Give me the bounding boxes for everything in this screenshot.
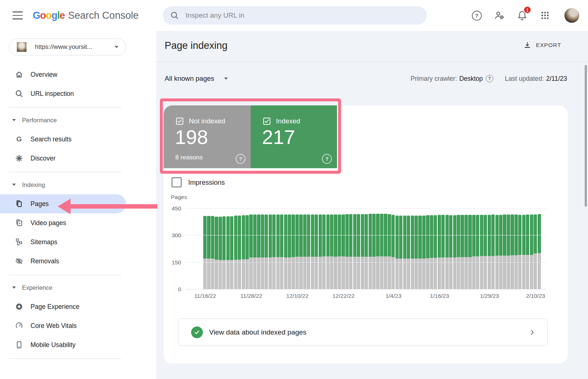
- known-pages-dropdown[interactable]: All known pages: [165, 75, 228, 83]
- crawler-help-icon[interactable]: ?: [486, 75, 493, 82]
- stacked-bar[interactable]: [219, 217, 222, 289]
- stacked-bar[interactable]: [222, 216, 226, 289]
- stacked-bar[interactable]: [418, 216, 422, 289]
- sidebar-item-video-pages[interactable]: Video pages: [0, 213, 156, 232]
- stacked-bar[interactable]: [280, 214, 283, 289]
- stacked-bar[interactable]: [510, 214, 514, 289]
- stacked-bar[interactable]: [534, 214, 537, 289]
- stacked-bar[interactable]: [345, 214, 349, 289]
- stacked-bar[interactable]: [361, 214, 364, 289]
- chart-bars[interactable]: [203, 209, 541, 289]
- stacked-bar[interactable]: [253, 214, 257, 289]
- stacked-bar[interactable]: [349, 214, 352, 289]
- search-input[interactable]: [186, 11, 419, 19]
- stacked-bar[interactable]: [499, 215, 502, 289]
- stacked-bar[interactable]: [357, 214, 360, 289]
- stacked-bar[interactable]: [526, 214, 529, 289]
- stacked-bar[interactable]: [457, 215, 460, 289]
- stacked-bar[interactable]: [322, 214, 326, 289]
- stacked-bar[interactable]: [495, 215, 499, 289]
- stacked-bar[interactable]: [245, 215, 249, 289]
- stacked-bar[interactable]: [426, 215, 429, 289]
- stacked-bar[interactable]: [503, 214, 506, 289]
- stacked-bar[interactable]: [415, 216, 418, 289]
- stacked-bar[interactable]: [538, 214, 541, 289]
- stacked-bar[interactable]: [307, 214, 310, 289]
- stacked-bar[interactable]: [326, 214, 330, 289]
- stacked-bar[interactable]: [484, 215, 487, 289]
- stacked-bar[interactable]: [434, 215, 437, 289]
- stacked-bar[interactable]: [261, 214, 264, 289]
- stacked-bar[interactable]: [522, 215, 526, 289]
- stacked-bar[interactable]: [472, 215, 476, 289]
- stacked-bar[interactable]: [411, 216, 414, 289]
- sidebar-section-performance[interactable]: Performance: [0, 111, 156, 130]
- view-indexed-data-link[interactable]: View data about indexed pages: [179, 318, 548, 346]
- stacked-bar[interactable]: [353, 214, 356, 289]
- account-avatar[interactable]: [564, 8, 579, 23]
- impressions-checkbox[interactable]: Impressions: [172, 177, 225, 187]
- stacked-bar[interactable]: [380, 214, 383, 289]
- sidebar-item-removals[interactable]: Removals: [0, 252, 156, 271]
- stacked-bar[interactable]: [215, 217, 218, 289]
- sidebar-item-mobile-usability[interactable]: Mobile Usability: [0, 335, 156, 354]
- help-icon[interactable]: ?: [322, 154, 332, 164]
- stacked-bar[interactable]: [230, 216, 233, 289]
- stacked-bar[interactable]: [295, 214, 299, 289]
- stacked-bar[interactable]: [242, 215, 245, 289]
- stacked-bar[interactable]: [460, 215, 464, 289]
- url-inspect-searchbox[interactable]: [163, 6, 427, 25]
- sidebar-item-search-results[interactable]: G Search results: [0, 130, 156, 149]
- stacked-bar[interactable]: [449, 215, 452, 289]
- stacked-bar[interactable]: [207, 216, 210, 289]
- stacked-bar[interactable]: [438, 215, 441, 289]
- stacked-bar[interactable]: [330, 214, 333, 289]
- stacked-bar[interactable]: [288, 214, 291, 289]
- indexed-card[interactable]: Indexed 217 ?: [251, 105, 337, 168]
- sidebar-item-page-experience[interactable]: Page Experience: [0, 297, 156, 316]
- stacked-bar[interactable]: [384, 214, 387, 289]
- stacked-bar[interactable]: [319, 214, 322, 289]
- stacked-bar[interactable]: [453, 215, 456, 289]
- stacked-bar[interactable]: [365, 214, 368, 289]
- stacked-bar[interactable]: [530, 214, 533, 289]
- stacked-bar[interactable]: [269, 214, 272, 289]
- sidebar-section-experience[interactable]: Experience: [0, 278, 156, 297]
- stacked-bar[interactable]: [476, 215, 479, 289]
- stacked-bar[interactable]: [430, 215, 433, 289]
- stacked-bar[interactable]: [465, 215, 468, 289]
- help-icon[interactable]: ?: [236, 154, 245, 164]
- property-selector[interactable]: https://www.yoursit...: [9, 39, 126, 55]
- stacked-bar[interactable]: [311, 214, 314, 289]
- checked-checkbox-icon[interactable]: [175, 117, 184, 126]
- stacked-bar[interactable]: [388, 214, 391, 289]
- stacked-bar[interactable]: [480, 215, 483, 289]
- stacked-bar[interactable]: [441, 215, 445, 289]
- stacked-bar[interactable]: [372, 214, 376, 289]
- stacked-bar[interactable]: [315, 214, 318, 289]
- stacked-bar[interactable]: [226, 216, 230, 289]
- sidebar-item-discover[interactable]: Discover: [0, 149, 156, 168]
- sidebar-item-overview[interactable]: Overview: [0, 65, 156, 84]
- stacked-bar[interactable]: [284, 214, 287, 289]
- stacked-bar[interactable]: [303, 214, 306, 289]
- stacked-bar[interactable]: [341, 214, 345, 289]
- stacked-bar[interactable]: [488, 215, 491, 289]
- stacked-bar[interactable]: [514, 214, 518, 289]
- stacked-bar[interactable]: [507, 214, 510, 289]
- stacked-bar[interactable]: [265, 214, 268, 289]
- checked-checkbox-icon[interactable]: [262, 117, 271, 126]
- stacked-bar[interactable]: [334, 214, 337, 289]
- stacked-bar[interactable]: [369, 214, 372, 289]
- stacked-bar[interactable]: [399, 216, 402, 289]
- stacked-bar[interactable]: [395, 216, 399, 289]
- stacked-bar[interactable]: [338, 214, 341, 289]
- apps-grid-button[interactable]: [538, 8, 552, 22]
- stacked-bar[interactable]: [518, 215, 521, 289]
- stacked-bar[interactable]: [468, 215, 472, 289]
- sidebar-item-core-web-vitals[interactable]: Core Web Vitals: [0, 316, 156, 335]
- vertical-scrollbar[interactable]: [585, 65, 587, 207]
- stacked-bar[interactable]: [391, 215, 395, 289]
- not-indexed-card[interactable]: Not indexed 198 8 reasons ?: [164, 105, 251, 168]
- sidebar-section-indexing[interactable]: Indexing: [0, 175, 156, 194]
